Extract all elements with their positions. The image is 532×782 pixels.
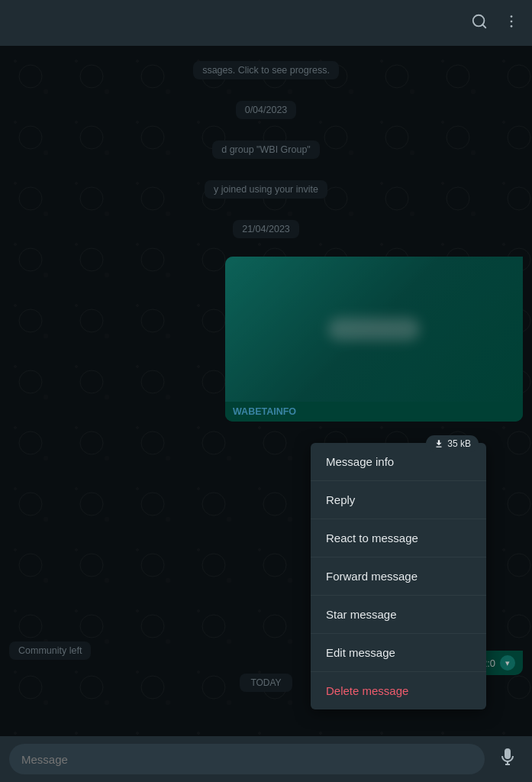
header bbox=[0, 0, 532, 46]
file-size-badge: 35 kB bbox=[426, 435, 479, 452]
context-menu-item-edit[interactable]: Edit message bbox=[311, 634, 486, 672]
mic-icon[interactable] bbox=[492, 742, 523, 777]
context-menu-item-star[interactable]: Star message bbox=[311, 596, 486, 634]
context-menu-item-react[interactable]: React to message bbox=[311, 519, 486, 557]
context-menu-item-forward[interactable]: Forward message bbox=[311, 557, 486, 596]
search-icon[interactable] bbox=[471, 13, 488, 34]
context-menu-item-delete[interactable]: Delete message bbox=[311, 672, 486, 709]
svg-point-3 bbox=[511, 20, 513, 22]
chat-area: ssages. Click to see progress. 0/04/2023… bbox=[0, 46, 532, 736]
svg-point-4 bbox=[511, 25, 513, 27]
download-icon bbox=[434, 438, 444, 449]
svg-line-1 bbox=[482, 24, 485, 27]
context-menu-item-reply[interactable]: Reply bbox=[311, 481, 486, 519]
more-options-icon[interactable] bbox=[503, 13, 520, 34]
bottom-bar bbox=[0, 736, 532, 782]
svg-point-2 bbox=[511, 15, 513, 18]
file-size-text: 35 kB bbox=[447, 438, 471, 449]
context-menu: Message info Reply React to message Forw… bbox=[311, 443, 486, 709]
message-input[interactable] bbox=[9, 744, 485, 774]
